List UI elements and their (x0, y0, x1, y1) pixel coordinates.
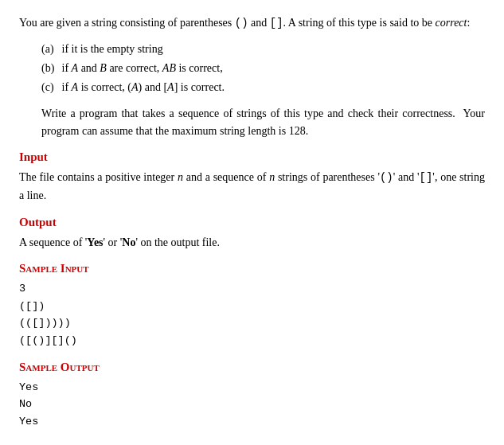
sample-input-title: Sample Input (19, 262, 485, 275)
output-section-body: A sequence of 'Yes' or 'No' on the outpu… (19, 234, 485, 252)
sample-output-line-1: Yes (19, 379, 485, 396)
rule-b: (b) if A and B are correct, AB is correc… (41, 60, 485, 77)
rule-a: (a) if it is the empty string (41, 41, 485, 58)
sample-input-block: 3 ([]) (([])))) ([()][]() (19, 280, 485, 349)
sample-input-line-2: ([]) (19, 298, 485, 315)
sample-output-line-2: No (19, 396, 485, 413)
input-section-title: Input (19, 150, 485, 164)
page-container: You are given a string consisting of par… (0, 0, 504, 445)
rule-c-label: (c) (41, 79, 59, 96)
rule-c-text: if A is correct, (A) and [A] is correct. (62, 81, 225, 93)
sample-input-line-3: (([])))) (19, 314, 485, 332)
rule-c: (c) if A is correct, (A) and [A] is corr… (41, 79, 485, 96)
program-paragraph: Write a program that takes a sequence of… (41, 105, 485, 139)
intro-text: You are given a string consisting of par… (19, 17, 470, 29)
rule-a-label: (a) (41, 41, 59, 58)
rule-b-text: if A and B are correct, AB is correct, (62, 62, 223, 74)
input-section-body: The file contains a positive integer n a… (19, 169, 485, 204)
sample-output-block: Yes No Yes (19, 379, 485, 431)
sample-output-line-3: Yes (19, 413, 485, 431)
rule-a-text: if it is the empty string (62, 43, 163, 55)
sample-output-title: Sample Output (19, 361, 485, 374)
rules-list: (a) if it is the empty string (b) if A a… (41, 41, 485, 97)
sample-input-line-4: ([()][]() (19, 332, 485, 349)
intro-paragraph: You are given a string consisting of par… (19, 14, 485, 33)
sample-input-line-1: 3 (19, 280, 485, 298)
rule-b-label: (b) (41, 60, 59, 77)
output-section-title: Output (19, 216, 485, 229)
